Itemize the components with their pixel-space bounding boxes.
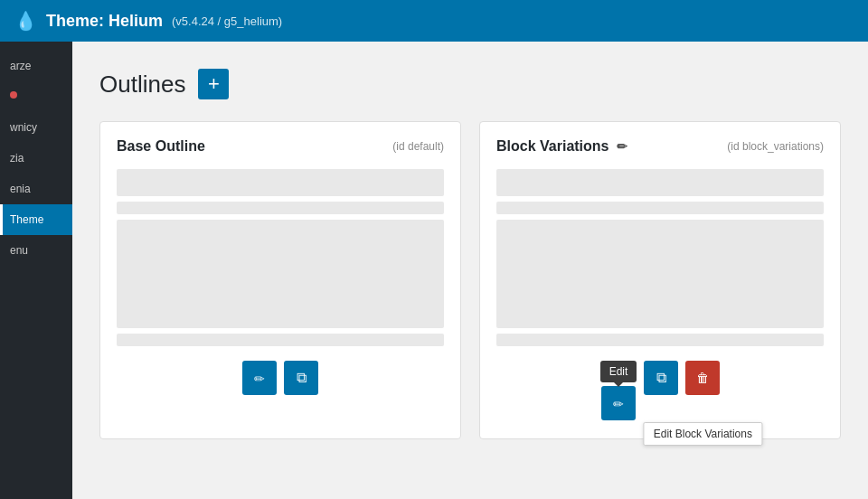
sidebar: arze wnicy zia enia Theme enu [0,42,72,499]
preview-main-bar [117,220,444,328]
block-card-id: (id block_variations) [727,140,824,153]
page-title: Outlines [99,71,185,99]
block-delete-button[interactable]: 🗑 [685,361,720,395]
add-outline-button[interactable]: + [198,69,229,99]
block-preview-bottom-bar [496,334,824,346]
base-outline-card: Base Outline (id default) [99,121,461,439]
block-pencil-icon [613,396,624,411]
sidebar-item-zia[interactable]: zia [0,143,72,174]
preview-thin-bar [117,202,444,214]
dot-indicator [10,91,17,99]
block-edit-button[interactable] [601,386,636,420]
sidebar-item-theme[interactable]: Theme [0,204,72,235]
base-edit-button[interactable] [242,361,277,395]
base-outline-preview [117,169,444,346]
edit-tooltip-wrapper: Edit [600,361,637,420]
block-title-edit-icon[interactable]: ✏ [617,139,627,154]
base-card-id: (id default) [392,140,444,153]
block-card-actions: Edit 🗑 Edit Block Variations [496,361,824,420]
theme-icon: 💧 [14,10,37,32]
base-card-title: Base Outline [117,138,205,155]
top-bar-title: Theme: Helium [46,12,163,31]
delete-wrapper: 🗑 Edit Block Variations [685,361,720,420]
base-card-actions [117,361,444,395]
trash-icon: 🗑 [696,371,709,385]
base-copy-button[interactable] [284,361,318,395]
sidebar-item-enia[interactable]: enia [0,174,72,204]
block-card-title: Block Variations ✏ [496,138,627,155]
sidebar-item-wnicy[interactable]: wnicy [0,112,72,143]
block-copy-button[interactable] [644,361,678,395]
block-preview-top-bar [496,169,824,196]
block-outline-preview [496,169,824,346]
base-card-header: Base Outline (id default) [117,138,444,155]
edit-block-variations-tooltip: Edit Block Variations [644,422,762,446]
sidebar-item-enu[interactable]: enu [0,235,72,266]
preview-bottom-bar [117,334,444,346]
pencil-icon [254,371,265,386]
block-preview-main-bar [496,220,824,328]
sidebar-item-dot[interactable] [0,81,72,112]
block-copy-icon [656,370,666,386]
sidebar-item-arze[interactable]: arze [0,51,72,81]
block-card-header: Block Variations ✏ (id block_variations) [496,138,824,155]
block-variations-card: Block Variations ✏ (id block_variations)… [479,121,841,439]
preview-top-bar [117,169,444,196]
page-title-row: Outlines + [99,69,841,99]
top-bar: 💧 Theme: Helium (v5.4.24 / g5_helium) [0,0,868,42]
main-layout: arze wnicy zia enia Theme enu Outlines +… [0,42,868,499]
edit-tooltip-box: Edit [600,361,637,382]
content-area: Outlines + Base Outline (id default) [72,42,868,499]
top-bar-subtitle: (v5.4.24 / g5_helium) [172,14,282,28]
cards-row: Base Outline (id default) [99,121,841,439]
copy-icon [297,370,307,386]
block-preview-thin-bar [496,202,824,214]
